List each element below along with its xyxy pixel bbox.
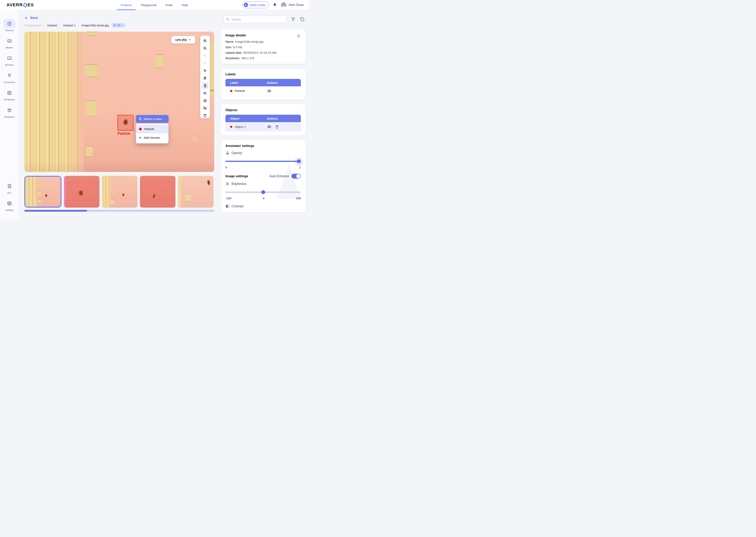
avatar — [281, 2, 287, 8]
add-classes-option[interactable]: + Add classes — [136, 133, 168, 142]
opacity-scale: 01 — [225, 166, 301, 169]
sidebar-label: Doc — [8, 191, 12, 194]
brightness-slider[interactable] — [225, 190, 301, 194]
select-class-popup-header[interactable]: Select a class — [136, 115, 168, 123]
back-button[interactable]: Back — [24, 16, 42, 20]
sidebar-label: Settings — [5, 209, 14, 211]
zoom-level-dropdown[interactable]: 12% (fit) — [171, 36, 195, 43]
opacity-slider[interactable] — [225, 159, 301, 163]
breadcrumb-filename[interactable]: image1hdiu-dusjo.jpg — [82, 24, 109, 27]
class-dropdown: Particle + Add classes — [136, 124, 168, 144]
sidebar-item-connectors[interactable]: Connectors — [3, 71, 16, 83]
search-box — [223, 16, 287, 23]
sidebar-label: Connectors — [4, 81, 15, 83]
delete-object-icon[interactable] — [275, 125, 279, 129]
sidebar-item-monitors[interactable]: Monitors — [3, 54, 16, 66]
version-badge[interactable]: V1 — [111, 23, 126, 27]
user-menu[interactable]: John Doue — [281, 2, 304, 8]
select-cursor-icon[interactable] — [201, 67, 208, 74]
object-row-1: Object 1 — [225, 122, 301, 131]
label-row-particle: Particle — [225, 86, 301, 96]
breadcrumb-dataset[interactable]: Dataset — [47, 24, 57, 27]
canvas-toolbar — [200, 36, 210, 118]
chevron-down-icon — [121, 24, 124, 26]
sidebar-label: Datasets — [5, 29, 14, 31]
undo-icon[interactable] — [201, 52, 208, 59]
logo-text-left: AVERR — [7, 2, 23, 8]
class-option-particle[interactable]: Particle — [136, 125, 168, 133]
sidebar-label: Models — [6, 46, 13, 49]
pan-hand-icon[interactable] — [201, 75, 208, 82]
breadcrumb-dataset1[interactable]: Dataset 1 — [63, 24, 75, 27]
opacity-slider-knob[interactable] — [297, 159, 301, 163]
document-icon — [7, 184, 12, 188]
scrollbar-thumb[interactable] — [24, 210, 87, 212]
sidebar-label: Integration — [4, 116, 15, 118]
thumbnail-3[interactable] — [102, 176, 137, 208]
thumbnail-strip — [24, 176, 214, 208]
auto-enhance-label: Auto Enhance — [269, 175, 289, 178]
visibility-eye-icon[interactable] — [267, 89, 272, 93]
auto-enhance-toggle[interactable] — [291, 174, 301, 179]
logo-o-icon — [23, 2, 27, 8]
sidebar-item-integration[interactable]: Integration — [3, 105, 16, 118]
notifications-bell-icon[interactable] — [273, 3, 277, 7]
thumbnail-scrollbar[interactable] — [24, 210, 214, 212]
sidebar-item-doc[interactable]: Doc — [3, 182, 16, 194]
user-name: John Doue — [289, 3, 304, 7]
nav-projects[interactable]: Projects — [121, 0, 132, 10]
brightness-row: Brightness — [225, 182, 301, 186]
nav-help[interactable]: Help — [182, 0, 188, 10]
image-details-title: Image details — [225, 33, 246, 37]
sidebar-label: Monitors — [5, 64, 14, 66]
detail-name: Name:image1hdiu-dusjo.jpg — [225, 40, 301, 43]
polygon-tool-icon[interactable] — [201, 97, 208, 104]
brightness-scale: -1000100 — [225, 196, 301, 200]
draw-pen-icon[interactable] — [201, 90, 208, 97]
sidebar-item-settings[interactable]: Settings — [3, 199, 16, 211]
objects-table-header: Object Actions — [225, 115, 301, 122]
redo-icon[interactable] — [201, 60, 208, 67]
smart-select-icon — [138, 117, 142, 121]
nav-invite[interactable]: Invite — [165, 0, 173, 10]
credits-pill[interactable]: ◆ 3000 credits — [243, 2, 269, 8]
thumbnail-4[interactable] — [140, 176, 175, 208]
plus-icon: + — [139, 136, 141, 140]
sidebar-label: Predictions — [4, 98, 15, 101]
sidebar-item-models[interactable]: Models — [3, 36, 16, 49]
monitor-icon — [7, 56, 12, 61]
droplet-icon — [225, 151, 230, 155]
detail-upload-date: Uplaod date:05/28/2023, 01:04:16 AM — [225, 51, 301, 54]
hide-annotations-icon[interactable] — [201, 104, 208, 111]
sidebar-item-datasets[interactable]: Datasets — [3, 19, 16, 31]
smart-select-tool-icon[interactable] — [201, 82, 208, 89]
annotation-canvas[interactable]: 12% (fit) — [24, 32, 214, 172]
objects-card: Objects Object Actions Object 1 — [221, 104, 306, 135]
contrast-row: Contrast — [225, 204, 301, 208]
zoom-in-icon[interactable] — [201, 37, 208, 44]
sidebar-item-predictions[interactable]: Predictions — [3, 88, 16, 101]
nav-playground[interactable]: Playground — [141, 0, 156, 10]
thumbnail-5[interactable] — [178, 176, 213, 208]
filter-icon[interactable] — [291, 17, 295, 21]
download-icon[interactable] — [296, 33, 301, 38]
layers-icon — [113, 24, 116, 27]
gear-icon — [7, 201, 12, 206]
image-settings-title: Image settings — [225, 174, 248, 178]
bounding-box[interactable] — [117, 115, 133, 131]
thumbnail-2[interactable] — [64, 176, 100, 208]
detail-size: Size:6.5 KB — [225, 45, 301, 49]
specimen-strip-right — [210, 42, 214, 96]
coin-icon: ◆ — [244, 3, 248, 7]
thumbnail-1-selected[interactable] — [24, 176, 62, 208]
tag-icon[interactable] — [300, 17, 305, 21]
search-input[interactable] — [223, 16, 287, 23]
brightness-slider-knob[interactable] — [261, 190, 265, 194]
zoom-out-icon[interactable] — [201, 45, 208, 52]
visibility-eye-icon[interactable] — [267, 125, 272, 129]
detail-resolution: Resolution:500 x 375 — [225, 57, 301, 60]
list-card-icon — [7, 90, 12, 96]
breadcrumb-project[interactable]: Project name — [24, 24, 41, 27]
credits-label: 3000 credits — [250, 3, 266, 7]
delete-annotation-icon[interactable] — [201, 112, 208, 119]
